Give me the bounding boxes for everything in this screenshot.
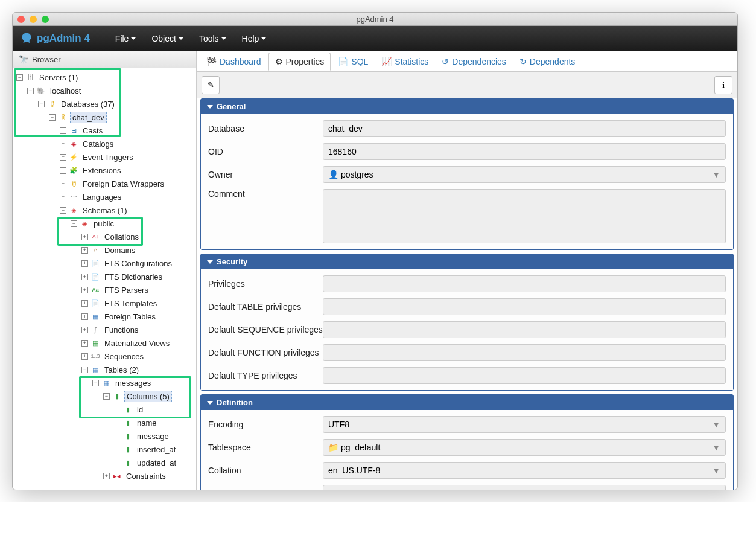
expand-icon[interactable]: + [60,194,66,200]
tree-localhost[interactable]: − 🐘 localhost [13,84,196,97]
tab-dependencies[interactable]: ↺Dependencies [436,53,512,70]
collapse-icon[interactable]: − [49,114,56,121]
column-icon: ▮ [123,431,133,441]
expand-icon[interactable]: + [60,154,66,161]
tree-catalogs[interactable]: +◈Catalogs [13,137,196,150]
catalogs-icon: ◈ [69,139,78,149]
collapse-icon[interactable]: − [16,74,23,81]
field-owner[interactable]: 👤 postgres ▼ [323,166,726,183]
tree-fts-templates[interactable]: +📄FTS Templates [13,296,196,310]
label-privileges: Privileges [208,279,323,289]
field-encoding[interactable]: UTF8▼ [323,416,726,433]
casts-icon: ⊞ [69,126,78,135]
tree-columns[interactable]: −▮Columns (5) [13,389,196,403]
field-tablespace[interactable]: 📁 pg_default▼ [323,439,726,456]
panel-security-header[interactable]: Security [201,254,733,269]
tree-languages[interactable]: +⋯Languages [13,190,196,203]
panel-general-header[interactable]: General [201,99,733,114]
app-name: pgAdmin 4 [37,33,90,45]
collapse-icon[interactable]: − [60,207,66,214]
tree-fts-parsers[interactable]: +AaFTS Parsers [13,283,196,296]
chevron-down-icon: ▼ [712,170,720,179]
collapse-icon[interactable]: − [81,367,88,373]
mat-views-icon: ▦ [91,338,100,348]
tree-col-updated[interactable]: ▮updated_at [13,456,196,469]
menu-object[interactable]: Object [147,30,188,47]
expand-icon[interactable]: + [81,353,88,360]
expand-icon[interactable]: + [81,327,88,333]
expand-icon[interactable]: + [81,274,88,280]
column-icon: ▮ [123,458,133,467]
tree-col-id[interactable]: ▮id [13,403,196,416]
info-button[interactable]: i [714,76,732,94]
main-panel: 🏁Dashboard ⚙Properties 📄SQL 📈Statistics … [197,51,737,490]
expand-icon[interactable]: + [60,141,66,147]
chevron-down-icon [207,401,213,405]
tree-mat-views[interactable]: +▦Materialized Views [13,336,196,350]
app-logo: pgAdmin 4 [20,32,90,45]
field-database: chat_dev [323,120,726,137]
tree-col-message[interactable]: ▮message [13,429,196,443]
tree-chat-dev[interactable]: − 🛢 chat_dev [13,110,196,124]
tree-public[interactable]: −◈public [13,217,196,230]
tree-schemas[interactable]: −◈Schemas (1) [13,203,196,217]
tree-tables[interactable]: −▦Tables (2) [13,363,196,376]
expand-icon[interactable]: + [81,300,88,307]
user-icon: 👤 [328,170,338,179]
menu-tools[interactable]: Tools [194,30,231,47]
collapse-icon[interactable]: − [71,220,77,227]
menu-help[interactable]: Help [237,30,272,47]
tree-fts-config[interactable]: +📄FTS Configurations [13,257,196,270]
field-chartype[interactable]: en_US.UTF-8▼ [323,485,726,490]
tree-databases[interactable]: − 🛢 Databases (37) [13,97,196,110]
label-chartype: Character type [208,488,323,490]
tree-event-triggers[interactable]: +⚡Event Triggers [13,150,196,164]
foreign-tables-icon: ▦ [91,312,100,321]
menubar: pgAdmin 4 File Object Tools Help [13,26,737,51]
expand-icon[interactable]: + [81,287,88,293]
tab-sql[interactable]: 📄SQL [332,53,374,70]
edit-button[interactable]: ✎ [202,76,220,94]
collapse-icon[interactable]: − [92,380,99,386]
expand-icon[interactable]: + [81,247,88,254]
tab-statistics[interactable]: 📈Statistics [375,53,434,70]
tree-fdw[interactable]: +🛢Foreign Data Wrappers [13,177,196,190]
tree-foreign-tables[interactable]: +▦Foreign Tables [13,310,196,323]
tree-sequences[interactable]: +1..3Sequences [13,350,196,363]
expand-icon[interactable]: + [81,340,88,347]
menu-file[interactable]: File [110,30,141,47]
label-tablespace: Tablespace [208,443,323,452]
expand-icon[interactable]: + [81,313,88,320]
tree-collations[interactable]: +A↓Collations [13,230,196,243]
field-comment[interactable] [323,189,726,243]
tree-casts[interactable]: +⊞Casts [13,124,196,137]
tree-domains[interactable]: +⌂Domains [13,243,196,257]
tables-icon: ▦ [91,365,100,374]
tab-properties[interactable]: ⚙Properties [268,53,331,71]
expand-icon[interactable]: + [103,473,110,479]
tree-col-name[interactable]: ▮name [13,416,196,429]
expand-icon[interactable]: + [60,127,66,134]
database-group-icon: 🛢 [47,99,57,109]
chevron-down-icon [261,37,266,40]
collapse-icon[interactable]: − [38,101,45,107]
tree-extensions[interactable]: +🧩Extensions [13,164,196,177]
tree-functions[interactable]: +⨍Functions [13,323,196,336]
tree-col-inserted[interactable]: ▮inserted_at [13,443,196,456]
field-collation[interactable]: en_US.UTF-8▼ [323,462,726,479]
tree-fts-dict[interactable]: +📄FTS Dictionaries [13,270,196,283]
field-def-type [323,367,726,384]
collapse-icon[interactable]: − [103,393,110,400]
panel-definition-header[interactable]: Definition [201,395,733,410]
tree-messages[interactable]: −▦messages [13,376,196,389]
tab-dashboard[interactable]: 🏁Dashboard [200,53,267,70]
expand-icon[interactable]: + [60,167,66,174]
object-tree[interactable]: − 🗄 Servers (1) − 🐘 localhost − 🛢 Databa… [13,68,196,490]
collapse-icon[interactable]: − [27,88,34,94]
expand-icon[interactable]: + [60,181,66,187]
expand-icon[interactable]: + [81,260,88,267]
tree-servers[interactable]: − 🗄 Servers (1) [13,71,196,84]
expand-icon[interactable]: + [81,234,88,240]
tab-dependents[interactable]: ↻Dependents [513,53,582,70]
tree-constraints[interactable]: +▸◂Constraints [13,469,196,482]
